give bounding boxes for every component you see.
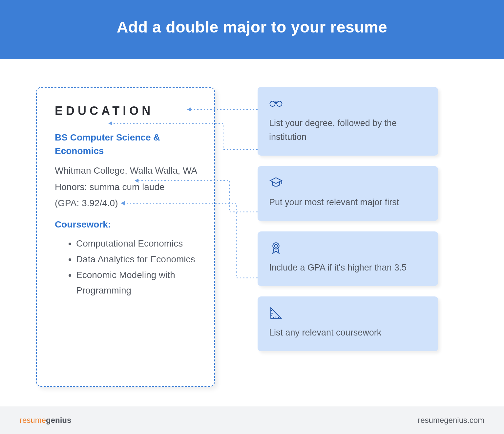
honors-text: Honors: summa cum laude bbox=[55, 180, 198, 194]
institution-text: Whitman College, Walla Walla, WA bbox=[55, 163, 198, 178]
logo-part-1: resume bbox=[20, 416, 46, 424]
coursework-item: Economic Modeling with Programming bbox=[76, 267, 198, 298]
coursework-item: Data Analytics for Economics bbox=[76, 251, 198, 267]
tip-card-gpa: Include a GPA if it's higher than 3.5 bbox=[258, 231, 438, 286]
coursework-list: Computational Economics Data Analytics f… bbox=[55, 236, 198, 298]
tip-card-major: Put your most relevant major first bbox=[258, 166, 438, 221]
footer-url: resumegenius.com bbox=[418, 416, 484, 425]
tip-card-degree: List your degree, followed by the instit… bbox=[258, 87, 438, 156]
brand-logo: resumegenius bbox=[20, 416, 71, 425]
education-section-heading: EDUCATION bbox=[55, 104, 198, 118]
svg-point-4 bbox=[270, 101, 275, 106]
coursework-label: Coursework: bbox=[55, 219, 198, 230]
svg-point-5 bbox=[277, 101, 282, 106]
svg-point-7 bbox=[275, 244, 278, 247]
degree-title: BS Computer Science & Economics bbox=[55, 131, 198, 158]
award-ribbon-icon bbox=[269, 241, 427, 255]
footer: resumegenius resumegenius.com bbox=[0, 406, 504, 434]
education-example-card: EDUCATION BS Computer Science & Economic… bbox=[36, 87, 215, 387]
page: Add a double major to your resume EDUCAT… bbox=[0, 0, 504, 434]
svg-point-6 bbox=[273, 243, 279, 249]
gpa-text: (GPA: 3.92/4.0) bbox=[55, 196, 198, 210]
coursework-item: Computational Economics bbox=[76, 236, 198, 251]
diploma-icon bbox=[269, 97, 427, 111]
tip-text: Put your most relevant major first bbox=[269, 196, 427, 209]
tip-text: Include a GPA if it's higher than 3.5 bbox=[269, 261, 427, 275]
graduation-cap-icon bbox=[269, 176, 427, 190]
content-area: EDUCATION BS Computer Science & Economic… bbox=[0, 59, 504, 406]
header-banner: Add a double major to your resume bbox=[0, 0, 504, 59]
ruler-triangle-icon bbox=[269, 306, 427, 320]
page-title: Add a double major to your resume bbox=[13, 18, 491, 36]
tip-text: List any relevant coursework bbox=[269, 326, 427, 340]
logo-part-2: genius bbox=[46, 416, 71, 424]
tip-card-coursework: List any relevant coursework bbox=[258, 296, 438, 351]
tip-text: List your degree, followed by the instit… bbox=[269, 117, 427, 144]
tips-column: List your degree, followed by the instit… bbox=[258, 87, 438, 387]
